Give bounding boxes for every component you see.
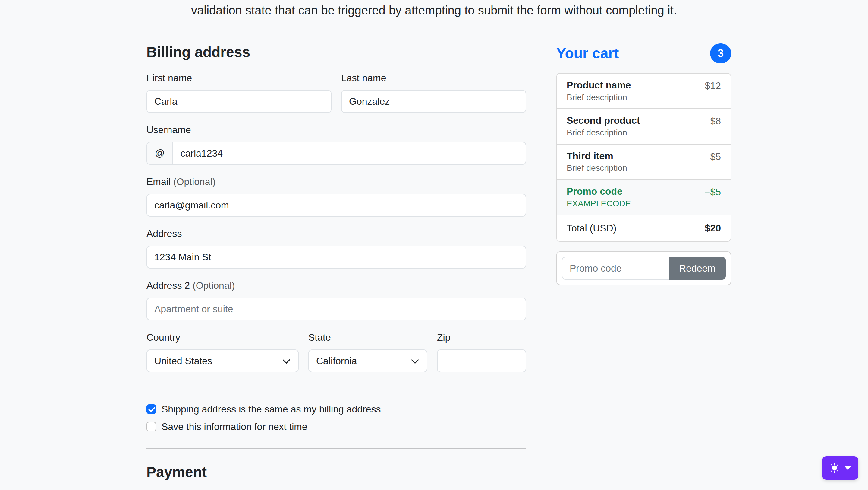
cart-header: Your cart 3 bbox=[556, 44, 731, 63]
promo-row-name: Promo code bbox=[567, 185, 631, 198]
divider bbox=[147, 449, 526, 449]
first-name-group: First name bbox=[147, 70, 332, 113]
shipping-same-check-row: Shipping address is the same as my billi… bbox=[147, 402, 526, 416]
total-amount: $20 bbox=[705, 223, 721, 234]
total-label: Total (USD) bbox=[567, 223, 616, 234]
cart-list: Product name Brief description $12 Secon… bbox=[556, 73, 731, 242]
cart-item-description: Brief description bbox=[567, 162, 627, 174]
cart-item-price: $12 bbox=[705, 79, 721, 103]
address-group: Address bbox=[147, 226, 526, 268]
country-label: Country bbox=[147, 330, 299, 345]
country-select[interactable]: United States bbox=[147, 349, 299, 372]
cart-item: Third item Brief description $5 bbox=[557, 145, 731, 180]
payment-title: Payment bbox=[147, 463, 526, 481]
theme-toggle-button[interactable] bbox=[822, 456, 858, 480]
shipping-same-checkbox[interactable] bbox=[147, 404, 156, 414]
cart-item-name: Second product bbox=[567, 114, 640, 127]
cart-count-badge: 3 bbox=[710, 44, 731, 63]
email-label: Email (Optional) bbox=[147, 174, 526, 189]
cart-item-price: $8 bbox=[710, 114, 721, 138]
promo-code-input[interactable] bbox=[562, 257, 669, 280]
email-label-text: Email bbox=[147, 176, 170, 187]
address2-label-text: Address 2 bbox=[147, 280, 190, 291]
billing-form-section: Billing address First name Last name Use… bbox=[147, 44, 526, 481]
username-group: Username @ bbox=[147, 122, 526, 165]
shipping-same-label[interactable]: Shipping address is the same as my billi… bbox=[161, 402, 381, 416]
intro-text-cutoff: validation state that can be triggered b… bbox=[0, 3, 868, 18]
cart-promo-row: Promo code EXAMPLECODE −$5 bbox=[557, 180, 731, 215]
cart-item: Product name Brief description $12 bbox=[557, 74, 731, 109]
zip-group: Zip bbox=[437, 330, 526, 372]
save-info-checkbox[interactable] bbox=[147, 422, 156, 431]
state-group: State California bbox=[308, 330, 427, 372]
billing-form: First name Last name Username @ Email (O… bbox=[147, 70, 526, 372]
save-info-label[interactable]: Save this information for next time bbox=[161, 420, 307, 434]
username-input[interactable] bbox=[173, 142, 526, 165]
state-select[interactable]: California bbox=[308, 349, 427, 372]
promo-row-amount: −$5 bbox=[705, 185, 721, 209]
checkout-page: validation state that can be triggered b… bbox=[0, 0, 868, 490]
cart-section: Your cart 3 Product name Brief descripti… bbox=[556, 44, 731, 481]
last-name-label: Last name bbox=[341, 70, 526, 85]
divider bbox=[147, 387, 526, 387]
email-group: Email (Optional) bbox=[147, 174, 526, 217]
redeem-button[interactable]: Redeem bbox=[669, 257, 726, 280]
zip-input[interactable] bbox=[437, 349, 526, 372]
cart-title: Your cart bbox=[556, 45, 619, 62]
cart-item-description: Brief description bbox=[567, 92, 631, 103]
cart-item-price: $5 bbox=[710, 150, 721, 174]
main-content: Billing address First name Last name Use… bbox=[147, 0, 731, 481]
billing-address-title: Billing address bbox=[147, 44, 526, 61]
email-optional-hint: (Optional) bbox=[173, 176, 216, 187]
state-label: State bbox=[308, 330, 427, 345]
cart-item-name: Third item bbox=[567, 150, 627, 163]
address2-group: Address 2 (Optional) bbox=[147, 278, 526, 320]
address2-input[interactable] bbox=[147, 297, 526, 320]
caret-down-icon bbox=[844, 466, 851, 470]
promo-code-card: Redeem bbox=[556, 251, 731, 285]
address-label: Address bbox=[147, 226, 526, 241]
username-label: Username bbox=[147, 122, 526, 137]
sun-icon bbox=[830, 463, 840, 473]
first-name-label: First name bbox=[147, 70, 332, 85]
last-name-group: Last name bbox=[341, 70, 526, 113]
first-name-input[interactable] bbox=[147, 90, 332, 113]
cart-item-description: Brief description bbox=[567, 127, 640, 139]
username-at-prefix: @ bbox=[147, 142, 173, 165]
address-input[interactable] bbox=[147, 246, 526, 268]
address2-optional-hint: (Optional) bbox=[193, 280, 235, 291]
last-name-input[interactable] bbox=[341, 90, 526, 113]
cart-item-name: Product name bbox=[567, 79, 631, 92]
zip-label: Zip bbox=[437, 330, 526, 345]
cart-total-row: Total (USD) $20 bbox=[557, 215, 731, 241]
cart-item: Second product Brief description $8 bbox=[557, 109, 731, 144]
save-info-check-row: Save this information for next time bbox=[147, 420, 526, 434]
address2-label: Address 2 (Optional) bbox=[147, 278, 526, 293]
country-group: Country United States bbox=[147, 330, 299, 372]
promo-row-code: EXAMPLECODE bbox=[567, 198, 631, 209]
email-field[interactable] bbox=[147, 194, 526, 217]
